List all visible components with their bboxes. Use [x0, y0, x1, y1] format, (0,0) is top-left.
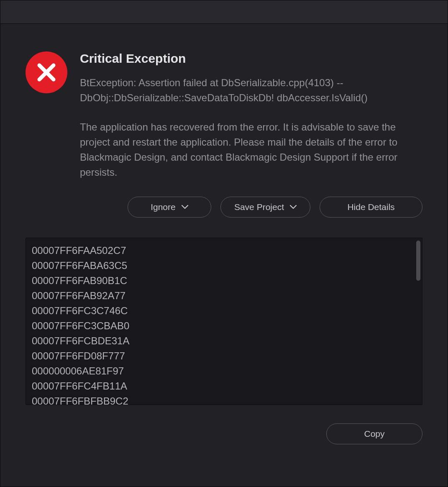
titlebar[interactable] — [0, 0, 448, 24]
error-icon — [26, 51, 67, 93]
copy-button[interactable]: Copy — [326, 423, 422, 444]
hide-details-label: Hide Details — [347, 202, 394, 212]
hide-details-button[interactable]: Hide Details — [320, 197, 422, 218]
ignore-label: Ignore — [151, 202, 176, 212]
save-project-label: Save Project — [234, 202, 284, 212]
error-dialog: Critical Exception BtException: Assertio… — [0, 0, 448, 487]
chevron-down-icon — [182, 205, 188, 209]
scrollbar-thumb[interactable] — [416, 241, 420, 281]
dialog-title: Critical Exception — [80, 49, 422, 68]
header-row: Critical Exception BtException: Assertio… — [26, 49, 422, 180]
message-block: Critical Exception BtException: Assertio… — [80, 49, 422, 180]
ignore-button[interactable]: Ignore — [128, 197, 211, 218]
dialog-content: Critical Exception BtException: Assertio… — [0, 24, 448, 487]
chevron-down-icon — [290, 205, 297, 209]
action-button-row: Ignore Save Project Hide Details — [26, 197, 422, 218]
save-project-button[interactable]: Save Project — [220, 197, 310, 218]
stack-trace-text: 00007FF6FAA502C7 00007FF6FABA63C5 00007F… — [32, 243, 416, 405]
close-x-icon — [37, 63, 56, 82]
details-panel[interactable]: 00007FF6FAA502C7 00007FF6FABA63C5 00007F… — [26, 238, 422, 405]
advice-message: The application has recovered from the e… — [80, 120, 422, 180]
exception-message: BtException: Assertion failed at DbSeria… — [80, 75, 422, 105]
footer-row: Copy — [26, 423, 422, 444]
